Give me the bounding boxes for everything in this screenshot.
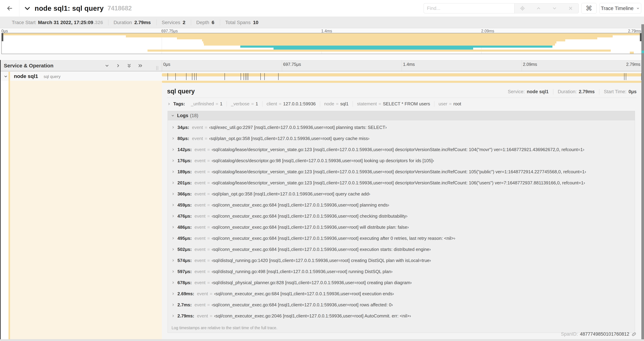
log-entry[interactable]: 476μs: event = ‹sql/conn_executor_exec.g… [168, 210, 635, 222]
log-entry[interactable]: 597μs: event = ‹sql/distsql_running.go:4… [168, 266, 635, 277]
find-addon-toolbar [514, 3, 579, 13]
log-expand-chevron-icon[interactable] [171, 281, 175, 284]
tag-item: client = 127.0.0.1:59936 [262, 101, 320, 107]
detail-span-duration-bar[interactable] [162, 81, 642, 83]
chevron-down-icon [636, 7, 640, 10]
log-tick-mark [192, 73, 192, 80]
timeline-header-band: Service & Operation 0μs697.75μs1.4ms2.09… [0, 60, 644, 71]
detail-overview-item: Start Time: 0μs [599, 89, 636, 94]
trace-view-selector[interactable]: Trace Timeline [599, 3, 641, 14]
scrollbar-teal-marker [642, 51, 644, 53]
span-service-name[interactable]: node sql1 [14, 73, 38, 79]
log-entry[interactable]: 189μs: event = ‹sql/catalog/lease/descri… [168, 166, 635, 177]
detail-overview-item: Duration: 2.79ms [553, 89, 599, 94]
logs-header[interactable]: Logs (18) [168, 111, 635, 120]
span-operation-name[interactable]: sql query [44, 74, 60, 79]
log-tick-mark [247, 73, 247, 80]
find-input[interactable] [424, 3, 518, 13]
log-expand-chevron-icon[interactable] [171, 214, 175, 218]
minimap-canvas[interactable] [2, 33, 642, 54]
back-arrow-icon [6, 5, 13, 12]
log-entry[interactable]: 366μs: event = ‹sql/plan_opt.go:358 [nsq… [168, 188, 635, 199]
log-entry[interactable]: 34μs: event = ‹sql/exec_util.go:2297 [ns… [168, 122, 635, 133]
logs-title: Logs [177, 113, 188, 118]
log-expand-chevron-icon[interactable] [171, 314, 175, 318]
log-expand-chevron-icon[interactable] [171, 203, 175, 207]
log-entry[interactable]: 574μs: event = ‹sql/distsql_running.go:1… [168, 255, 635, 266]
log-tick-mark [196, 73, 196, 80]
log-expand-chevron-icon[interactable] [171, 270, 175, 273]
log-expand-chevron-icon[interactable] [171, 137, 175, 140]
minimap-tick-label: 2.09ms [481, 29, 494, 34]
log-tick-mark [194, 73, 194, 80]
log-tick-mark [245, 73, 246, 80]
minimap-span-bar [177, 38, 597, 40]
log-entry[interactable]: 2.69ms: event = ‹sql/conn_executor_exec.… [168, 288, 635, 299]
log-expand-chevron-icon[interactable] [171, 192, 175, 196]
tags-expand-chevron-icon[interactable] [167, 102, 171, 106]
detail-left-column[interactable] [10, 81, 162, 339]
page-title: node sql1: sql query [34, 5, 104, 12]
log-entry[interactable]: 142μs: event = ‹sql/catalog/lease/descri… [168, 144, 635, 155]
log-entry[interactable]: 486μs: event = ‹sql/conn_executor_exec.g… [168, 222, 635, 233]
expand-all-icon[interactable] [138, 63, 143, 68]
detail-left-gutter [1, 81, 8, 339]
command-icon: ⌘ [586, 5, 592, 12]
collapse-trace-chevron-icon[interactable] [24, 5, 31, 12]
log-entry[interactable]: 176μs: event = ‹sql/catalog/descs/descri… [168, 155, 635, 166]
log-tick-mark [241, 73, 241, 80]
log-expand-chevron-icon[interactable] [171, 247, 175, 251]
scrollbar[interactable] [642, 24, 644, 339]
log-expand-chevron-icon[interactable] [171, 125, 175, 129]
span-bar-area[interactable] [162, 72, 642, 81]
prev-match-icon[interactable] [536, 6, 541, 11]
log-expand-chevron-icon[interactable] [171, 159, 175, 163]
ruler-tick-label: 0μs [162, 62, 170, 67]
log-expand-chevron-icon[interactable] [171, 170, 175, 174]
log-expand-chevron-icon[interactable] [171, 303, 175, 307]
log-entry[interactable]: 459μs: event = ‹sql/conn_executor_exec.g… [168, 199, 635, 210]
tags-row[interactable]: Tags: _unfinished = 1 _verbose = 1 clien… [167, 101, 465, 107]
next-match-icon[interactable] [552, 6, 557, 11]
log-expand-chevron-icon[interactable] [171, 236, 175, 240]
span-duration-bar[interactable] [162, 73, 642, 76]
log-entry[interactable]: 2.79ms: event = ‹sql/conn_executor_exec.… [168, 310, 635, 321]
log-entry[interactable]: 678μs: event = ‹sql/distsql_physical_pla… [168, 277, 635, 288]
trace-summary-item: Total Spans 10 [220, 20, 264, 26]
log-entry[interactable]: 80μs: event = ‹sql/plan_opt.go:358 [nsql… [168, 133, 635, 144]
log-entry[interactable]: 2.7ms: event = ‹sql/conn_executor_exec.g… [168, 299, 635, 310]
minimap-right-drag-handle[interactable] [640, 33, 642, 41]
column-resizer-grip[interactable] [156, 66, 160, 70]
trace-id: 7418682 [108, 5, 132, 12]
minimap-span-bar [240, 46, 552, 48]
focus-match-icon[interactable] [520, 6, 525, 11]
log-entry[interactable]: 495μs: event = ‹sql/conn_executor_exec.g… [168, 233, 635, 244]
minimap-span-bar [126, 35, 613, 38]
log-tick-mark [264, 73, 265, 80]
detail-overview: Service: node sql1 Duration: 2.79ms Star… [503, 89, 636, 94]
log-expand-chevron-icon[interactable] [171, 225, 175, 229]
log-expand-chevron-icon[interactable] [171, 258, 175, 262]
clear-search-icon[interactable] [568, 6, 573, 11]
minimap-span-bar [204, 44, 555, 46]
log-entry[interactable]: 502μs: event = ‹sql/conn_executor_exec.g… [168, 244, 635, 255]
log-expand-chevron-icon[interactable] [171, 181, 175, 185]
collapse-one-icon[interactable] [104, 63, 110, 68]
logs-collapse-chevron-icon[interactable] [171, 114, 175, 118]
log-entry[interactable]: 201μs: event = ‹sql/catalog/lease/descri… [168, 177, 635, 188]
back-button[interactable] [0, 0, 20, 17]
expand-one-icon[interactable] [116, 63, 121, 68]
span-collapse-chevron-icon[interactable] [4, 74, 8, 79]
collapse-all-icon[interactable] [126, 63, 132, 68]
log-expand-chevron-icon[interactable] [171, 148, 175, 151]
log-expand-chevron-icon[interactable] [171, 292, 175, 296]
minimap-left-drag-handle[interactable] [2, 33, 3, 41]
minimap-tick-labels: 0μs697.75μs1.4ms2.09ms2.79ms [2, 29, 641, 33]
trace-summary-item: Duration 2.79ms [108, 20, 156, 26]
minimap-tick-label: 2.79ms [628, 29, 641, 34]
span-id-label: SpanID: [561, 331, 578, 337]
keyboard-shortcuts-button[interactable]: ⌘ [581, 3, 596, 14]
logs-section: Logs (18) 34μs: event = ‹sql/exec_util.g… [168, 111, 635, 333]
deep-link-icon[interactable] [631, 332, 636, 337]
trace-summary-item: Trace Start March 31 2022, 17:25:09 .326 [6, 20, 108, 26]
